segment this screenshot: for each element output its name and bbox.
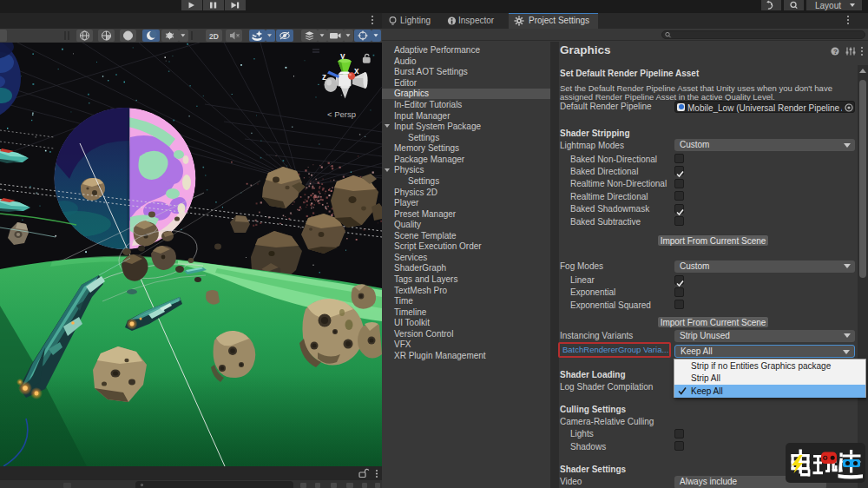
svg-text:x: x (354, 66, 359, 76)
svg-text:2D: 2D (209, 32, 219, 41)
svg-text:?: ? (833, 48, 838, 56)
svg-text:< Persp: < Persp (327, 109, 356, 119)
